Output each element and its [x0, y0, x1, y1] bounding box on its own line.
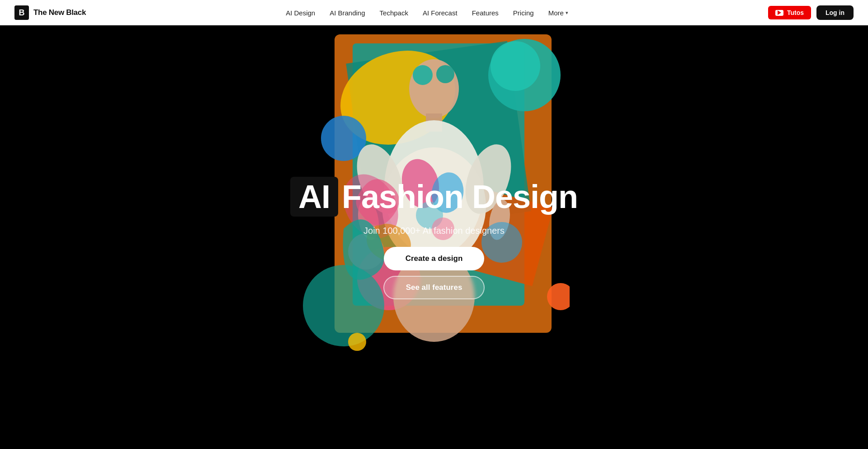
nav-ai-forecast[interactable]: AI Forecast — [423, 9, 458, 17]
brand-logo[interactable]: B — [14, 5, 29, 20]
nav-techpack[interactable]: Techpack — [380, 9, 408, 17]
login-button[interactable]: Log in — [816, 5, 854, 20]
navbar-links: AI Design AI Branding Techpack AI Foreca… — [286, 9, 568, 17]
nav-ai-branding[interactable]: AI Branding — [330, 9, 365, 17]
nav-more[interactable]: More ▾ — [548, 9, 568, 17]
svg-point-5 — [488, 39, 561, 111]
youtube-icon — [775, 10, 783, 16]
tutos-button[interactable]: Tutos — [768, 6, 811, 19]
navbar-actions: Tutos Log in — [768, 5, 854, 20]
svg-point-6 — [491, 41, 540, 91]
hero-ai-label: AI — [290, 177, 338, 217]
navbar: B The New Black AI Design AI Branding Te… — [0, 0, 868, 25]
svg-point-4 — [327, 35, 469, 161]
svg-point-15 — [436, 65, 454, 83]
nav-features[interactable]: Features — [472, 9, 499, 17]
hero-subtitle: Join 100,000+ AI fashion designers — [363, 226, 505, 236]
nav-pricing[interactable]: Pricing — [513, 9, 534, 17]
hero-title-rest: Fashion Design — [342, 180, 578, 213]
navbar-brand: B The New Black — [14, 5, 86, 20]
hero-buttons: Create a design See all features — [383, 247, 485, 299]
brand-name: The New Black — [33, 8, 86, 17]
nav-ai-design[interactable]: AI Design — [286, 9, 315, 17]
svg-point-13 — [409, 59, 459, 118]
hero-content: AI Fashion Design Join 100,000+ AI fashi… — [290, 150, 578, 299]
svg-point-12 — [348, 333, 366, 351]
hero-title: AI Fashion Design — [290, 177, 578, 217]
create-design-button[interactable]: Create a design — [384, 247, 485, 270]
hero-section: AI Fashion Design Join 100,000+ AI fashi… — [0, 0, 868, 449]
see-all-features-button[interactable]: See all features — [383, 276, 485, 299]
chevron-down-icon: ▾ — [566, 10, 568, 16]
svg-rect-16 — [426, 113, 442, 132]
svg-point-14 — [413, 65, 433, 85]
